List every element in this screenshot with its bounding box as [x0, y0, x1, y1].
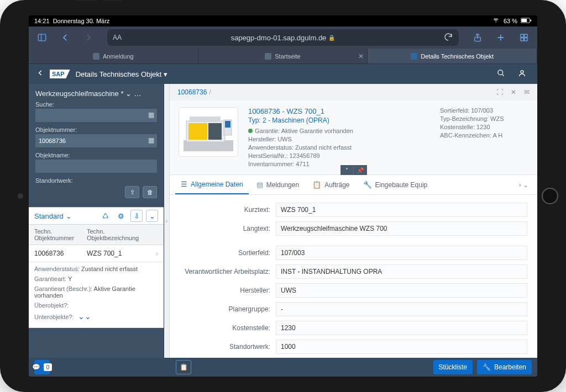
general-data-form: Kurztext:WZS 700_1 Langtext:Werkzeugschl…	[170, 195, 537, 358]
delete-filter-icon[interactable]: 🗑	[143, 186, 157, 198]
list-row[interactable]: 10068736 WZS 700_1 ›	[29, 245, 164, 262]
tab-favicon	[93, 53, 99, 60]
equipment-image	[179, 107, 238, 157]
object-title: 10068736 - WZS 700_1	[248, 107, 427, 115]
text-size-button[interactable]: AA	[113, 34, 122, 41]
search-icon[interactable]	[493, 69, 509, 80]
search-label: Suche:	[35, 101, 157, 108]
breadcrumb-id[interactable]: 10068736	[177, 88, 207, 96]
hersteller-value: UWS	[276, 283, 527, 298]
search-input[interactable]	[35, 109, 157, 122]
share-filter-icon[interactable]: ⇪	[125, 186, 139, 198]
standortwerk-value: 1000	[276, 340, 527, 354]
tab-allgemeine-daten[interactable]: ☰ Allgemeine Daten	[175, 175, 249, 194]
objektnummer-input[interactable]	[35, 134, 157, 147]
list-header: Techn. Objektnummer Techn. Objektbezeich…	[29, 225, 164, 245]
detail-panel: 10068736 / ⛶ ✕ ✉	[170, 84, 537, 358]
variant-selector[interactable]: Standard ⌄	[34, 212, 72, 220]
new-tab-icon[interactable]	[493, 30, 509, 45]
battery-percent: 63 %	[504, 18, 517, 24]
object-header: 10068736 - WZS 700_1 Typ: 2 - Maschinen …	[170, 100, 537, 175]
settings-icon[interactable]: ⚙	[115, 212, 127, 220]
header-collapse-bar[interactable]: ˄ 📌	[340, 165, 367, 175]
browser-back-icon[interactable]	[57, 30, 73, 45]
objektname-input[interactable]	[35, 160, 157, 173]
svg-rect-2	[521, 19, 527, 22]
close-icon[interactable]: ✕	[511, 88, 516, 96]
arbeitsplatz-value: INST - INSTANDHALTUNG OPRA	[276, 264, 527, 279]
url-bar[interactable]: AA sapegp-dmo-01.sap.dgulm.de🔒	[107, 29, 459, 46]
col-objektbezeichnung: Techn. Objektbezeichnung	[87, 228, 158, 241]
svg-rect-9	[525, 34, 527, 37]
svg-point-14	[521, 70, 523, 73]
clipboard-button[interactable]: 📋	[176, 360, 191, 374]
chevron-down-icon[interactable]: ⌄	[125, 89, 132, 98]
more-icon[interactable]: …	[134, 89, 142, 98]
collapse-up-icon[interactable]: ˄	[340, 165, 354, 175]
home-button[interactable]	[542, 188, 558, 204]
svg-rect-3	[38, 34, 46, 41]
clipboard-icon: 📋	[312, 181, 321, 189]
mail-icon[interactable]: ✉	[524, 88, 530, 96]
breadcrumb: 10068736 / ⛶ ✕ ✉	[170, 84, 537, 100]
status-dot-icon	[248, 129, 253, 133]
ios-status-bar: 14:21 Donnerstag 30. März 63 %	[29, 15, 537, 27]
panel-expand-handle[interactable]: ›	[164, 84, 170, 358]
sap-back-button[interactable]	[36, 69, 44, 79]
tab-eingebaute-equip[interactable]: 🔧 Eingebaute Equip	[358, 175, 433, 194]
pin-icon[interactable]: 📌	[354, 165, 367, 175]
user-icon[interactable]	[514, 69, 530, 80]
tab-favicon	[411, 53, 417, 60]
sidebar-toggle-icon[interactable]	[34, 30, 50, 45]
sap-page-title[interactable]: Details Technisches Objekt ▾	[76, 70, 167, 78]
expand-all-icon[interactable]: ⌄⌄	[78, 312, 91, 321]
stueckliste-button[interactable]: Stückliste	[433, 360, 473, 374]
url-text: sapegp-dmo-01.sap.dgulm.de	[231, 34, 327, 42]
page-footer: 💬0 📋 Stückliste 🔧 Bearbeiten	[29, 358, 537, 377]
chevron-down-icon: ⌄	[66, 212, 72, 220]
browser-tab-details[interactable]: Details Technisches Objekt	[368, 49, 537, 63]
messages-button[interactable]: 💬0	[34, 360, 50, 374]
wifi-icon	[493, 18, 500, 24]
hierarchy-icon[interactable]: ♺	[99, 212, 112, 220]
value-help-icon[interactable]: ▦	[148, 136, 154, 144]
objektname-label: Objektname:	[35, 152, 157, 158]
kurztext-value: WZS 700_1	[276, 203, 527, 217]
planergruppe-value: -	[276, 302, 527, 316]
fullscreen-icon[interactable]: ⛶	[496, 88, 503, 96]
tab-meldungen[interactable]: ▤ Meldungen	[251, 175, 305, 194]
langtext-value: Werkzeugschleifmaschine WZS 700	[276, 221, 527, 236]
tab-close-icon[interactable]: ✕	[358, 52, 364, 60]
tabs-overview-icon[interactable]	[516, 30, 532, 45]
standortwerk-label: Standortwerk:	[35, 177, 157, 184]
browser-tab-startseite[interactable]: Startseite ✕	[198, 49, 368, 63]
tab-auftraege[interactable]: 📋 Aufträge	[307, 175, 355, 194]
dropdown-icon[interactable]: ⌄	[146, 210, 158, 222]
reload-icon[interactable]	[443, 32, 453, 44]
browser-forward-icon	[81, 30, 96, 45]
bearbeiten-button[interactable]: 🔧 Bearbeiten	[477, 360, 532, 374]
value-help-icon[interactable]: ▦	[148, 111, 154, 119]
svg-line-13	[502, 74, 504, 76]
message-icon: ▤	[256, 181, 263, 189]
lock-icon: 🔒	[328, 35, 335, 41]
sap-logo: SAP	[50, 70, 70, 78]
browser-tab-anmeldung[interactable]: Anmeldung	[29, 49, 198, 63]
svg-rect-10	[521, 38, 523, 41]
svg-rect-17	[188, 123, 207, 140]
object-type: Typ: 2 - Maschinen (OPRA)	[248, 116, 427, 124]
browser-tab-strip: Anmeldung Startseite ✕ Details Technisch…	[29, 49, 537, 64]
filter-panel-title: Werkzeugschleifmaschine *	[35, 89, 123, 98]
tab-overflow-icon[interactable]: › ⌄	[516, 181, 532, 189]
document-icon: ☰	[181, 180, 187, 188]
svg-rect-8	[521, 34, 523, 37]
export-icon[interactable]: ⇩	[130, 210, 143, 222]
wrench-icon: 🔧	[363, 181, 372, 189]
filter-panel: Werkzeugschleifmaschine * ⌄ … Suche: ▦ O…	[29, 84, 164, 358]
col-objektnummer: Techn. Objektnummer	[34, 228, 87, 241]
svg-rect-20	[225, 121, 230, 128]
svg-point-12	[497, 70, 502, 75]
share-icon[interactable]	[470, 30, 485, 45]
sap-shell-header: SAP Details Technisches Objekt ▾	[29, 64, 537, 84]
status-date: Donnerstag 30. März	[53, 18, 110, 24]
